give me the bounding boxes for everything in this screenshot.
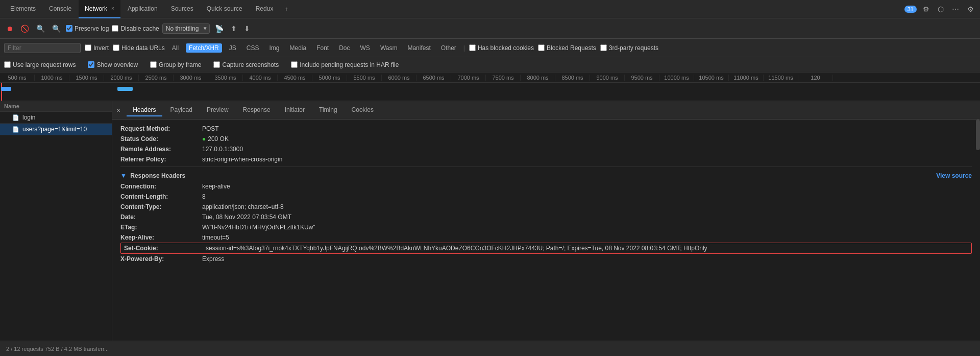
list-item-login[interactable]: 📄 login	[0, 112, 112, 124]
filter-other-button[interactable]: Other	[438, 43, 459, 53]
settings-icon[interactable]: ⚙	[921, 3, 932, 15]
use-large-rows-checkbox[interactable]	[4, 61, 11, 68]
detail-key-remote: Remote Address:	[120, 146, 202, 153]
detail-tab-response[interactable]: Response	[237, 104, 277, 116]
invert-label[interactable]: Invert	[85, 44, 109, 52]
tab-sources[interactable]: Sources	[165, 0, 200, 18]
detail-tab-preview[interactable]: Preview	[201, 104, 235, 116]
timeline-label: 1500 ms	[69, 75, 104, 81]
blocked-requests-checkbox[interactable]	[538, 44, 545, 51]
scrollbar-indicator[interactable]	[976, 120, 980, 150]
rh-val-keep-alive: timeout=5	[202, 234, 229, 241]
tab-network-close[interactable]: ×	[111, 6, 114, 11]
tab-network[interactable]: Network ×	[79, 0, 120, 18]
include-pending-text: Include pending requests in HAR file	[300, 61, 399, 68]
response-header-keep-alive: Keep-Alive: timeout=5	[120, 232, 972, 243]
request-name-users: users?page=1&limit=10	[22, 126, 87, 133]
invert-checkbox[interactable]	[85, 44, 91, 51]
filter-manifest-button[interactable]: Manifest	[404, 43, 433, 53]
preserve-log-text: Preserve log	[75, 25, 109, 32]
tab-redux[interactable]: Redux	[250, 0, 280, 18]
filter-img-button[interactable]: Img	[266, 43, 282, 53]
filter-wasm-button[interactable]: Wasm	[377, 43, 401, 53]
timeline-entry-2	[117, 87, 133, 91]
blocked-requests-label[interactable]: Blocked Requests	[538, 44, 596, 52]
close-detail-button[interactable]: ×	[116, 106, 120, 114]
filter-fetch-xhr-button[interactable]: Fetch/XHR	[186, 43, 222, 53]
timeline-label: 5000 ms	[312, 75, 347, 81]
clear-browser-cookies-button[interactable]: ⬇	[242, 22, 252, 35]
disable-cache-text: Disable cache	[120, 25, 159, 32]
list-item-users[interactable]: 📄 users?page=1&limit=10	[0, 124, 112, 135]
status-text: 2 / 12 requests 752 B / 4.2 MB transferr…	[6, 346, 109, 352]
response-header-content-type: Content-Type: application/json; charset=…	[120, 202, 972, 212]
main-split: Name 📄 login 📄 users?page=1&limit=10 × H…	[0, 101, 980, 341]
search-button[interactable]: 🔍	[50, 22, 63, 35]
record-button[interactable]: ⏺	[4, 22, 15, 35]
detail-tab-headers[interactable]: Headers	[127, 104, 162, 116]
use-large-rows-label[interactable]: Use large request rows	[4, 61, 76, 68]
detail-value-status: 200 OK	[202, 135, 229, 143]
view-source-link[interactable]: View source	[936, 172, 972, 179]
file-icon-login: 📄	[12, 114, 19, 121]
third-party-text: 3rd-party requests	[609, 44, 658, 52]
import-har-button[interactable]: 📡	[213, 22, 226, 35]
timeline-label: 11000 ms	[729, 75, 764, 81]
filter-all-button[interactable]: All	[169, 43, 182, 53]
has-blocked-cookies-text: Has blocked cookies	[478, 44, 534, 52]
remote-devices-icon[interactable]: ⬡	[936, 3, 946, 15]
third-party-checkbox[interactable]	[600, 44, 607, 51]
filter-css-button[interactable]: CSS	[243, 43, 262, 53]
throttle-select[interactable]: No throttling Fast 3G Slow 3G	[162, 23, 210, 34]
response-headers-section: ▼ Response Headers View source	[120, 169, 972, 181]
capture-screenshots-checkbox[interactable]	[213, 61, 220, 68]
preserve-log-label[interactable]: Preserve log	[66, 25, 109, 32]
collapse-triangle-icon[interactable]: ▼	[120, 172, 127, 179]
show-overview-label[interactable]: Show overview	[88, 61, 138, 68]
filter-input[interactable]	[4, 43, 81, 53]
disable-cache-checkbox[interactable]	[112, 25, 118, 32]
hide-data-urls-checkbox[interactable]	[113, 44, 119, 51]
detail-tab-cookies[interactable]: Cookies	[346, 104, 380, 116]
tab-quick-source-label: Quick source	[207, 5, 242, 12]
filter-toggle-button[interactable]: 🔍	[34, 22, 47, 35]
timeline-label: 6500 ms	[416, 75, 451, 81]
filter-ws-button[interactable]: WS	[357, 43, 373, 53]
disable-cache-label[interactable]: Disable cache	[112, 25, 159, 32]
timeline-label: 5500 ms	[347, 75, 382, 81]
capture-screenshots-label[interactable]: Capture screenshots	[213, 61, 279, 68]
has-blocked-cookies-checkbox[interactable]	[469, 44, 476, 51]
filter-font-button[interactable]: Font	[313, 43, 332, 53]
tab-console-label: Console	[49, 5, 71, 12]
show-overview-checkbox[interactable]	[88, 61, 94, 68]
throttle-wrap: No throttling Fast 3G Slow 3G ▼	[162, 23, 210, 34]
detail-value-method: POST	[202, 125, 219, 132]
customize-icon[interactable]: ⚙	[965, 3, 976, 15]
filter-js-button[interactable]: JS	[226, 43, 239, 53]
group-by-frame-checkbox[interactable]	[150, 61, 157, 68]
include-pending-checkbox[interactable]	[291, 61, 298, 68]
detail-panel: × Headers Payload Preview Response Initi…	[112, 101, 980, 341]
filter-doc-button[interactable]: Doc	[336, 43, 353, 53]
detail-tab-timing[interactable]: Timing	[313, 104, 344, 116]
tab-application[interactable]: Application	[121, 0, 164, 18]
hide-data-urls-label[interactable]: Hide data URLs	[113, 44, 165, 52]
detail-key-status: Status Code:	[120, 135, 202, 143]
filter-media-button[interactable]: Media	[286, 43, 309, 53]
add-tab-button[interactable]: +	[280, 6, 292, 13]
timeline-label: 10500 ms	[694, 75, 729, 81]
tab-elements[interactable]: Elements	[4, 0, 42, 18]
tab-console[interactable]: Console	[43, 0, 78, 18]
more-icon[interactable]: ⋯	[950, 3, 961, 15]
detail-tab-initiator[interactable]: Initiator	[279, 104, 311, 116]
preserve-log-checkbox[interactable]	[66, 25, 72, 32]
include-pending-label[interactable]: Include pending requests in HAR file	[291, 61, 399, 68]
timeline-label: 7500 ms	[486, 75, 521, 81]
detail-tab-payload[interactable]: Payload	[164, 104, 199, 116]
export-har-button[interactable]: ⬆	[229, 22, 239, 35]
third-party-label[interactable]: 3rd-party requests	[600, 44, 658, 52]
has-blocked-cookies-label[interactable]: Has blocked cookies	[469, 44, 534, 52]
clear-button[interactable]: 🚫	[18, 22, 31, 35]
tab-quick-source[interactable]: Quick source	[201, 0, 249, 18]
group-by-frame-label[interactable]: Group by frame	[150, 61, 201, 68]
